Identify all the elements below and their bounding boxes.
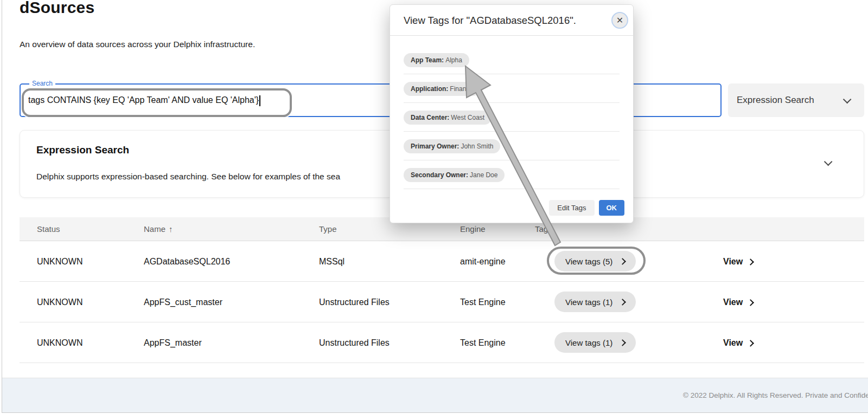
chevron-right-icon [619, 339, 626, 346]
tag-chip: Application:Finance [404, 82, 480, 96]
chevron-right-icon [747, 258, 754, 266]
tag-row: Primary Owner:John Smith [404, 132, 620, 160]
cell-type: MSSql [319, 241, 344, 282]
modal-actions: Edit Tags OK [549, 200, 624, 216]
cell-name: AGDatabaseSQL2016 [144, 241, 230, 282]
search-input-value: tags CONTAINS {key EQ 'App Team' AND val… [28, 95, 259, 105]
expression-search-description: Delphix supports expression-based search… [36, 172, 340, 182]
tag-chip: Data Center:West Coast [404, 111, 492, 125]
chevron-right-icon [619, 299, 626, 306]
cell-type: Unstructured Files [319, 282, 390, 322]
row-divider [404, 189, 620, 189]
engine-link[interactable]: amit-engine [460, 241, 506, 282]
cell-status: UNKNOWN [37, 322, 82, 363]
column-header-status[interactable]: Status [37, 217, 60, 241]
page-title: dSources [20, 0, 94, 17]
engine-link[interactable]: Test Engine [460, 282, 506, 322]
page-subtitle: An overview of data sources across your … [20, 40, 255, 49]
column-header-type[interactable]: Type [319, 217, 337, 241]
modal-header: View Tags for "AGDatabaseSQL2016". ✕ [390, 5, 633, 36]
tag-chip: Secondary Owner:Jane Doe [404, 168, 505, 182]
cell-status: UNKNOWN [37, 241, 82, 282]
view-row-link[interactable]: View [723, 282, 753, 322]
tag-row: App Team:Alpha [404, 46, 620, 74]
cell-type: Unstructured Files [319, 322, 390, 363]
table-row: UNKNOWN AppFS_cust_master Unstructured F… [20, 282, 864, 322]
copyright-text: © 2022 Delphix. All Rights Reserved. Pri… [683, 378, 868, 413]
collapse-chevron-icon[interactable] [824, 158, 833, 166]
tag-row: Data Center:West Coast [404, 103, 620, 132]
close-icon: ✕ [616, 15, 623, 25]
view-tags-button[interactable]: View tags (1) [554, 292, 636, 312]
text-caret [259, 95, 260, 106]
cell-status: UNKNOWN [37, 282, 82, 322]
table-row: UNKNOWN AGDatabaseSQL2016 MSSql amit-eng… [20, 241, 864, 282]
sort-ascending-icon: ↑ [169, 224, 173, 234]
dsources-table: Status Name↑ Type Engine Tags UNKNOWN AG… [20, 217, 864, 363]
cell-name: AppFS_cust_master [144, 282, 222, 322]
page-footer: © 2022 Delphix. All Rights Reserved. Pri… [2, 378, 868, 412]
view-tags-button[interactable]: View tags (5) [554, 251, 636, 271]
search-input[interactable]: tags CONTAINS {key EQ 'App Team' AND val… [28, 85, 260, 116]
table-row: UNKNOWN AppFS_master Unstructured Files … [20, 322, 864, 363]
chevron-right-icon [747, 340, 754, 347]
close-button[interactable]: ✕ [611, 12, 628, 29]
ok-button[interactable]: OK [599, 200, 625, 216]
search-mode-dropdown[interactable]: Expression Search [728, 83, 864, 117]
engine-link[interactable]: Test Engine [460, 322, 506, 363]
view-tags-modal: View Tags for "AGDatabaseSQL2016". ✕ App… [390, 4, 634, 223]
chevron-right-icon [619, 258, 626, 265]
expression-search-heading: Expression Search [36, 144, 129, 156]
tag-chip: App Team:Alpha [404, 53, 469, 67]
modal-title: View Tags for "AGDatabaseSQL2016". [404, 5, 576, 36]
view-tags-button[interactable]: View tags (1) [554, 332, 636, 353]
column-header-name[interactable]: Name↑ [144, 217, 173, 241]
tag-row: Application:Finance [404, 74, 620, 103]
edit-tags-button[interactable]: Edit Tags [549, 200, 594, 216]
search-mode-label: Expression Search [737, 95, 843, 106]
chevron-down-icon [843, 95, 852, 104]
view-row-link[interactable]: View [723, 241, 753, 282]
view-row-link[interactable]: View [723, 322, 753, 363]
cell-name: AppFS_master [144, 322, 202, 363]
tag-row: Secondary Owner:Jane Doe [404, 160, 620, 189]
tag-chip: Primary Owner:John Smith [404, 139, 500, 153]
chevron-right-icon [747, 299, 754, 306]
